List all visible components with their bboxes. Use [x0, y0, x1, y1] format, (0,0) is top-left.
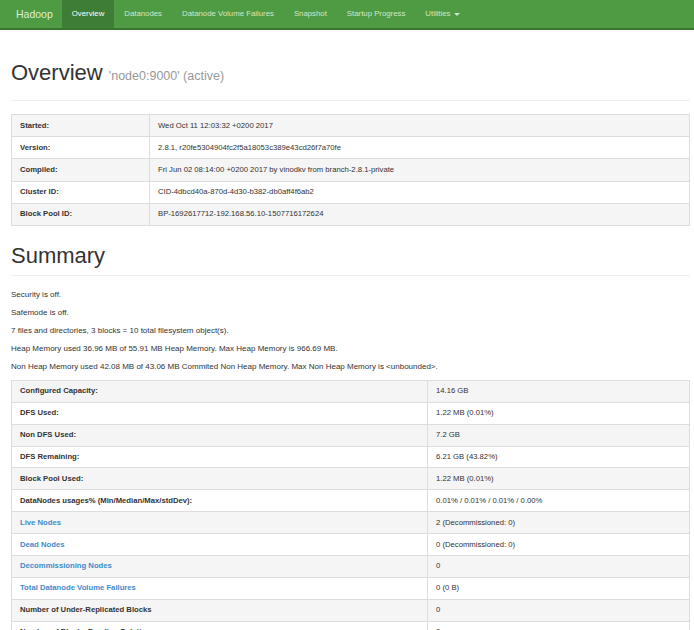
row-value: 2 (Decommissioned: 0) — [428, 512, 690, 534]
total-datanode-volume-failures-link[interactable]: Total Datanode Volume Failures — [20, 583, 136, 592]
row-value: 1.22 MB (0.01%) — [428, 402, 690, 424]
table-row: Cluster ID:CID-4dbcd40a-870d-4d30-b382-d… — [12, 181, 690, 203]
row-value: 6.21 GB (43.82%) — [428, 446, 690, 468]
row-value: Fri Jun 02 08:14:00 +0200 2017 by vinodk… — [150, 159, 690, 181]
navbar: Hadoop OverviewDatanodesDatanode Volume … — [0, 0, 694, 30]
nav-item-datanode-volume-failures[interactable]: Datanode Volume Failures — [172, 0, 284, 28]
nav-item-startup-progress[interactable]: Startup Progress — [337, 0, 416, 28]
row-label: Started: — [12, 115, 150, 137]
namenode-info-table: Started:Wed Oct 11 12:03:32 +0200 2017Ve… — [11, 114, 690, 226]
decommissioning-nodes-link[interactable]: Decommissioning Nodes — [20, 561, 112, 570]
table-row: Block Pool Used:1.22 MB (0.01%) — [12, 468, 690, 490]
summary-heading: Summary — [11, 244, 690, 268]
summary-line: Security is off. — [11, 289, 690, 301]
table-row: Dead Nodes0 (Decommissioned: 0) — [12, 534, 690, 556]
row-label: Total Datanode Volume Failures — [12, 577, 428, 599]
table-row: Non DFS Used:7.2 GB — [12, 424, 690, 446]
row-value: BP-1692617712-192.168.56.10-150771617262… — [150, 203, 690, 225]
table-row: Compiled:Fri Jun 02 08:14:00 +0200 2017 … — [12, 159, 690, 181]
namenode-address: 'node0:9000' (active) — [109, 69, 224, 83]
page-title: Overview — [11, 60, 103, 85]
row-value: 1.22 MB (0.01%) — [428, 468, 690, 490]
table-row: DataNodes usages% (Min/Median/Max/stdDev… — [12, 490, 690, 512]
row-label: Cluster ID: — [12, 181, 150, 203]
summary-line: Heap Memory used 36.96 MB of 55.91 MB He… — [11, 343, 690, 355]
overview-heading: Overview 'node0:9000' (active) — [11, 61, 690, 88]
divider — [11, 275, 690, 276]
row-label: DataNodes usages% (Min/Median/Max/stdDev… — [12, 490, 428, 512]
row-label: Non DFS Used: — [12, 424, 428, 446]
row-label: Block Pool Used: — [12, 468, 428, 490]
row-value: Wed Oct 11 12:03:32 +0200 2017 — [150, 115, 690, 137]
table-row: DFS Remaining:6.21 GB (43.82%) — [12, 446, 690, 468]
summary-lines: Security is off.Safemode is off.7 files … — [11, 289, 690, 373]
cluster-summary-table: Configured Capacity:14.16 GBDFS Used:1.2… — [11, 380, 690, 630]
row-value: 0 — [428, 621, 690, 630]
table-row: Started:Wed Oct 11 12:03:32 +0200 2017 — [12, 115, 690, 137]
row-value: CID-4dbcd40a-870d-4d30-b382-db0aff4f6ab2 — [150, 181, 690, 203]
row-value: 2.8.1, r20fe5304904fc2f5a18053c389e43cd2… — [150, 137, 690, 159]
divider — [11, 100, 690, 101]
table-row: Version:2.8.1, r20fe5304904fc2f5a18053c3… — [12, 137, 690, 159]
table-row: Number of Under-Replicated Blocks0 — [12, 599, 690, 621]
table-row: DFS Used:1.22 MB (0.01%) — [12, 402, 690, 424]
row-label: DFS Remaining: — [12, 446, 428, 468]
table-row: Number of Blocks Pending Deletion0 — [12, 621, 690, 630]
row-value: 0 — [428, 555, 690, 577]
nav-item-datanodes[interactable]: Datanodes — [114, 0, 172, 28]
table-row: Decommissioning Nodes0 — [12, 555, 690, 577]
table-row: Total Datanode Volume Failures0 (0 B) — [12, 577, 690, 599]
row-value: 14.16 GB — [428, 380, 690, 402]
summary-line: Safemode is off. — [11, 307, 690, 319]
row-label: Compiled: — [12, 159, 150, 181]
live-nodes-link[interactable]: Live Nodes — [20, 518, 61, 527]
nav-list: OverviewDatanodesDatanode Volume Failure… — [62, 0, 470, 28]
row-label: Number of Under-Replicated Blocks — [12, 599, 428, 621]
nav-item-snapshot[interactable]: Snapshot — [284, 0, 337, 28]
table-row: Configured Capacity:14.16 GB — [12, 380, 690, 402]
row-label: Dead Nodes — [12, 534, 428, 556]
row-label: Version: — [12, 137, 150, 159]
nav-item-overview[interactable]: Overview — [62, 0, 115, 28]
dead-nodes-link[interactable]: Dead Nodes — [20, 540, 64, 549]
row-label: Block Pool ID: — [12, 203, 150, 225]
row-label: Configured Capacity: — [12, 380, 428, 402]
row-value: 0.01% / 0.01% / 0.01% / 0.00% — [428, 490, 690, 512]
summary-line: 7 files and directories, 3 blocks = 10 t… — [11, 325, 690, 337]
table-row: Live Nodes2 (Decommissioned: 0) — [12, 512, 690, 534]
hadoop-brand[interactable]: Hadoop — [0, 0, 62, 28]
row-label: Decommissioning Nodes — [12, 555, 428, 577]
row-value: 0 — [428, 599, 690, 621]
nav-item-utilities[interactable]: Utilities — [415, 0, 469, 28]
caret-down-icon — [454, 13, 460, 16]
summary-line: Non Heap Memory used 42.08 MB of 43.06 M… — [11, 361, 690, 373]
row-value: 7.2 GB — [428, 424, 690, 446]
row-label: DFS Used: — [12, 402, 428, 424]
table-row: Block Pool ID:BP-1692617712-192.168.56.1… — [12, 203, 690, 225]
row-value: 0 (Decommissioned: 0) — [428, 534, 690, 556]
row-value: 0 (0 B) — [428, 577, 690, 599]
main-content: Overview 'node0:9000' (active) Started:W… — [11, 61, 690, 630]
row-label: Number of Blocks Pending Deletion — [12, 621, 428, 630]
row-label: Live Nodes — [12, 512, 428, 534]
